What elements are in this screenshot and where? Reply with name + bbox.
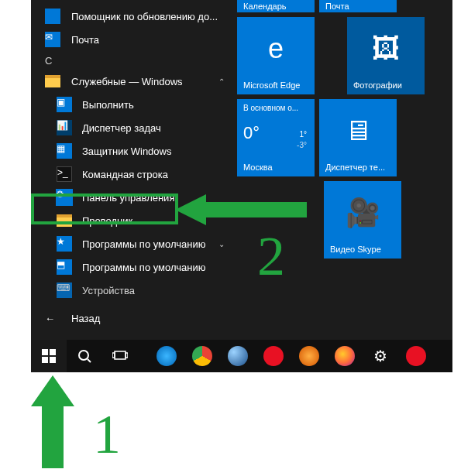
video-icon: 🎥 [324, 197, 401, 229]
svg-marker-9 [175, 194, 307, 225]
chevron-up-icon: ⌃ [218, 77, 225, 86]
svg-rect-6 [115, 351, 126, 359]
svg-line-5 [88, 359, 91, 362]
back-button[interactable]: ← Назад [31, 306, 232, 330]
control-panel-icon: ⚙ [56, 189, 73, 206]
search-icon [77, 349, 91, 363]
photos-icon: 🖼 [347, 33, 425, 65]
tile-skype-video[interactable]: 🎥 Видео Skype [324, 181, 401, 259]
item-defender[interactable]: ▦ Защитник Windows [31, 139, 232, 163]
task-view-button[interactable] [102, 340, 138, 372]
globe-icon [228, 346, 248, 366]
gear-icon: ⚙ [373, 347, 387, 365]
annotation-number-2: 2 [257, 224, 285, 289]
taskbar-settings[interactable]: ⚙ [363, 340, 398, 372]
annotation-arrow-2 [175, 190, 307, 229]
annotation-number-1: 1 [93, 402, 121, 467]
taskbar-opera-2[interactable] [398, 340, 434, 372]
annotation-arrow-1 [31, 375, 74, 468]
remote-icon: 🖥 [319, 115, 397, 147]
taskbar-opera[interactable] [256, 340, 291, 372]
edge-icon [156, 346, 177, 366]
taskbar-edge[interactable] [149, 340, 184, 372]
search-button[interactable] [67, 340, 102, 372]
item-default-programs-2[interactable]: ⬒ Программы по умолчанию [31, 255, 232, 279]
devices-icon: ⌨ [56, 282, 73, 299]
svg-point-4 [79, 351, 88, 360]
chevron-down-icon: ⌄ [218, 240, 225, 248]
task-view-icon [112, 350, 128, 362]
svg-marker-10 [31, 375, 74, 468]
run-icon: ▣ [56, 96, 73, 113]
svg-rect-8 [126, 353, 128, 358]
item-cmd[interactable]: >_ Командная строка [31, 163, 232, 186]
svg-rect-1 [50, 349, 56, 355]
app-label: Помощник по обновлению до... [71, 11, 218, 22]
shield-icon: ▦ [56, 142, 73, 159]
start-menu: Помощник по обновлению до... ✉ Почта С С… [31, 0, 452, 340]
letter-header[interactable]: С [31, 51, 232, 70]
tile-mail[interactable]: Почта [319, 0, 397, 12]
svg-rect-2 [42, 357, 48, 363]
folder-system-tools[interactable]: Служебные — Windows ⌃ [31, 70, 232, 93]
opera-icon [406, 346, 426, 366]
taskmgr-icon: 📊 [56, 119, 73, 136]
edge-icon: e [237, 33, 315, 65]
svg-rect-0 [42, 349, 48, 355]
terminal-icon: >_ [56, 166, 73, 183]
item-default-programs-1[interactable]: ★ Программы по умолчанию ⌄ [31, 232, 232, 255]
taskbar-app-orange[interactable] [291, 340, 327, 372]
item-devices[interactable]: ⌨ Устройства [31, 279, 232, 302]
tile-calendar[interactable]: Календарь [237, 0, 315, 12]
firefox-icon [335, 346, 355, 366]
defaults-icon: ⬒ [56, 259, 73, 276]
tile-weather[interactable]: В основном о... 0° 1° -3° Москва [237, 99, 315, 176]
start-button[interactable] [31, 340, 67, 372]
app-icon [299, 346, 319, 366]
app-update-assistant[interactable]: Помощник по обновлению до... [31, 5, 232, 28]
taskbar-app-globe[interactable] [220, 340, 256, 372]
mail-icon: ✉ [45, 32, 60, 47]
tiles-area: Календарь Почта e Microsoft Edge 🖼 Фотог… [232, 0, 452, 340]
item-task-manager[interactable]: 📊 Диспетчер задач [31, 116, 232, 139]
app-mail[interactable]: ✉ Почта [31, 28, 232, 51]
folder-icon [45, 74, 60, 89]
taskbar-firefox[interactable] [327, 340, 363, 372]
tile-edge[interactable]: e Microsoft Edge [237, 17, 315, 94]
explorer-icon [56, 212, 73, 229]
folder-label: Служебные — Windows [71, 76, 183, 87]
arrow-left-icon: ← [45, 313, 60, 324]
update-icon [45, 9, 60, 24]
apps-list: Помощник по обновлению до... ✉ Почта С С… [31, 0, 232, 340]
svg-rect-3 [50, 357, 56, 363]
defaults-icon: ★ [56, 235, 73, 252]
windows-icon [42, 349, 56, 363]
chrome-icon [192, 346, 212, 366]
opera-icon [263, 346, 284, 366]
item-run[interactable]: ▣ Выполнить [31, 93, 232, 116]
tile-photos[interactable]: 🖼 Фотографии [347, 17, 425, 94]
svg-rect-7 [112, 353, 115, 358]
taskbar: ⚙ [31, 340, 452, 372]
tile-remote-desktop[interactable]: 🖥 Диспетчер те... [319, 99, 397, 176]
app-label: Почта [71, 34, 99, 46]
taskbar-chrome[interactable] [184, 340, 220, 372]
